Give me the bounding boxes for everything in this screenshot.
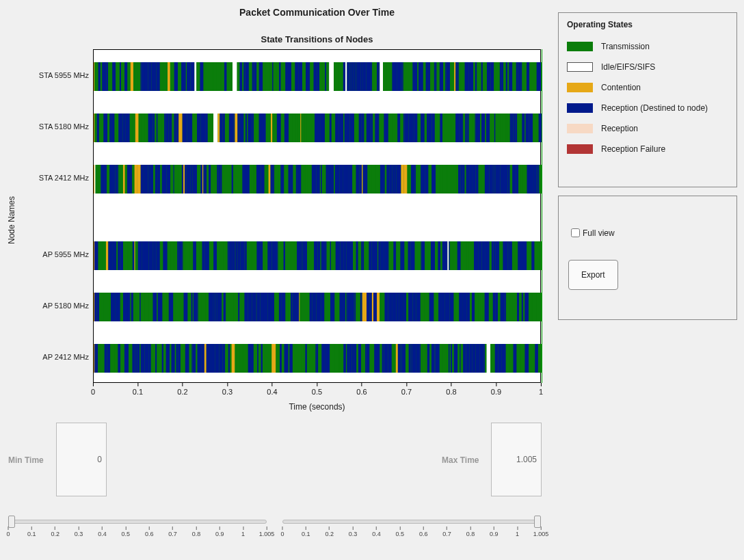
svg-rect-511 — [128, 241, 129, 270]
svg-rect-392 — [242, 165, 246, 194]
legend-item[interactable]: Reception — [567, 118, 728, 139]
svg-rect-787 — [478, 293, 480, 321]
svg-rect-348 — [132, 165, 134, 194]
svg-rect-374 — [202, 165, 203, 194]
svg-rect-420 — [322, 165, 326, 194]
svg-rect-98 — [371, 62, 372, 91]
svg-rect-378 — [209, 165, 211, 194]
slider-tick: 0.4 — [372, 526, 381, 537]
full-view-checkbox[interactable] — [571, 228, 580, 237]
svg-rect-940 — [443, 344, 447, 373]
svg-rect-175 — [122, 114, 123, 142]
svg-rect-694 — [198, 293, 201, 321]
svg-rect-762 — [388, 293, 392, 321]
svg-rect-60 — [263, 62, 265, 91]
svg-rect-275 — [400, 114, 403, 142]
svg-rect-819 — [109, 344, 110, 373]
legend-title: Operating States — [567, 20, 728, 29]
legend-item[interactable]: Reception (Destined to node) — [567, 98, 728, 118]
svg-rect-835 — [155, 344, 157, 373]
svg-rect-267 — [373, 114, 375, 142]
svg-rect-842 — [172, 344, 175, 373]
svg-rect-488 — [516, 165, 519, 194]
svg-rect-840 — [166, 344, 170, 373]
svg-rect-233 — [277, 114, 281, 142]
svg-rect-827 — [132, 344, 135, 373]
svg-rect-680 — [167, 293, 169, 321]
legend-item[interactable]: Contention — [567, 77, 728, 98]
svg-rect-905 — [349, 344, 352, 373]
svg-rect-719 — [270, 293, 274, 321]
min-time-input[interactable]: 0 — [56, 423, 107, 496]
svg-rect-52 — [242, 62, 243, 91]
svg-rect-171 — [111, 114, 115, 142]
svg-rect-199 — [176, 114, 179, 142]
svg-rect-280 — [413, 114, 414, 142]
svg-rect-286 — [429, 114, 432, 142]
svg-rect-388 — [232, 165, 233, 194]
node-band[interactable] — [94, 62, 542, 91]
svg-rect-898 — [334, 344, 338, 373]
node-label: AP 5180 MHz — [27, 302, 89, 310]
export-button[interactable]: Export — [568, 260, 618, 290]
svg-rect-747 — [351, 293, 354, 321]
svg-rect-928 — [412, 344, 416, 373]
svg-rect-661 — [109, 293, 111, 321]
svg-rect-182 — [140, 114, 141, 142]
svg-rect-271 — [384, 114, 388, 142]
svg-rect-557 — [261, 241, 263, 270]
max-time-slider[interactable] — [282, 520, 541, 524]
svg-rect-568 — [289, 241, 293, 270]
svg-rect-704 — [230, 293, 234, 321]
svg-rect-191 — [158, 114, 162, 142]
plot-area[interactable] — [93, 49, 541, 383]
svg-rect-817 — [105, 344, 107, 373]
svg-rect-230 — [267, 114, 271, 142]
svg-rect-197 — [172, 114, 174, 142]
svg-rect-45 — [222, 62, 224, 91]
svg-rect-939 — [440, 344, 443, 373]
svg-rect-546 — [232, 241, 235, 270]
svg-rect-422 — [328, 165, 332, 194]
svg-rect-107 — [392, 62, 397, 91]
svg-rect-48 — [228, 62, 232, 91]
svg-rect-593 — [361, 241, 362, 270]
node-band[interactable] — [94, 293, 542, 321]
svg-rect-739 — [330, 293, 335, 321]
svg-rect-501 — [98, 241, 101, 270]
svg-rect-252 — [335, 114, 338, 142]
svg-rect-603 — [388, 241, 389, 270]
full-view-checkbox-row[interactable]: Full view — [568, 226, 727, 239]
controls-panel: Full view Export — [558, 196, 737, 320]
legend-item[interactable]: Reception Failure — [567, 139, 728, 159]
svg-rect-59 — [259, 62, 263, 91]
svg-rect-916 — [380, 344, 382, 373]
legend-item[interactable]: Idle/EIFS/SIFS — [567, 57, 728, 77]
max-time-input[interactable]: 1.005 — [491, 423, 542, 496]
node-band[interactable] — [94, 165, 542, 194]
svg-rect-160 — [535, 62, 536, 91]
svg-rect-376 — [205, 165, 207, 194]
svg-rect-570 — [295, 241, 297, 270]
svg-rect-133 — [459, 62, 461, 91]
svg-rect-139 — [477, 62, 481, 91]
svg-rect-402 — [274, 165, 274, 194]
min-time-slider[interactable] — [8, 520, 267, 524]
node-band[interactable] — [94, 241, 542, 270]
legend-item[interactable]: Transmission — [567, 36, 728, 57]
svg-rect-258 — [350, 114, 354, 142]
svg-rect-341 — [117, 165, 118, 194]
svg-rect-641 — [499, 241, 503, 270]
node-band[interactable] — [94, 344, 542, 373]
svg-rect-121 — [430, 62, 434, 91]
svg-rect-963 — [502, 344, 506, 373]
node-band[interactable] — [94, 114, 542, 142]
svg-rect-754 — [367, 293, 370, 321]
svg-rect-756 — [372, 293, 373, 321]
svg-rect-312 — [500, 114, 502, 142]
svg-rect-262 — [362, 114, 362, 142]
svg-rect-828 — [135, 344, 137, 373]
svg-rect-590 — [353, 241, 356, 270]
svg-rect-84 — [329, 62, 334, 91]
svg-rect-765 — [399, 293, 403, 321]
